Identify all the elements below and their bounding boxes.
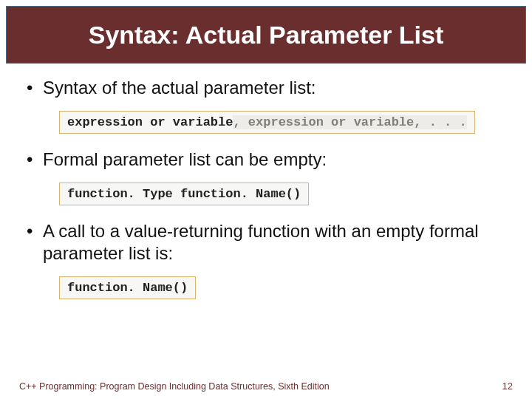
code-box-2: function. Type function. Name()	[59, 183, 309, 205]
bullet-2: Formal parameter list can be empty:	[22, 149, 510, 171]
bullet-3: A call to a value-returning function wit…	[22, 220, 510, 265]
slide-content: Syntax of the actual parameter list: exp…	[0, 64, 532, 314]
footer: C++ Programming: Program Design Includin…	[0, 381, 532, 392]
bullet-list-2: Formal parameter list can be empty:	[22, 149, 510, 171]
page-number: 12	[502, 381, 513, 392]
code-1-part1: expression or variable	[67, 115, 233, 129]
title-bar: Syntax: Actual Parameter List	[6, 6, 526, 64]
code-box-1: expression or variable, expression or va…	[59, 111, 475, 134]
bullet-1: Syntax of the actual parameter list:	[22, 77, 510, 99]
code-1-part2: , expression or variable, . . .	[233, 115, 466, 129]
bullet-list: Syntax of the actual parameter list:	[22, 77, 510, 99]
slide-title: Syntax: Actual Parameter List	[89, 21, 444, 50]
code-2: function. Type function. Name()	[67, 187, 301, 201]
code-3: function. Name()	[67, 281, 188, 295]
bullet-list-3: A call to a value-returning function wit…	[22, 220, 510, 265]
slide: Syntax: Actual Parameter List Syntax of …	[0, 6, 532, 399]
footer-text: C++ Programming: Program Design Includin…	[19, 381, 330, 392]
code-box-3: function. Name()	[59, 276, 196, 299]
